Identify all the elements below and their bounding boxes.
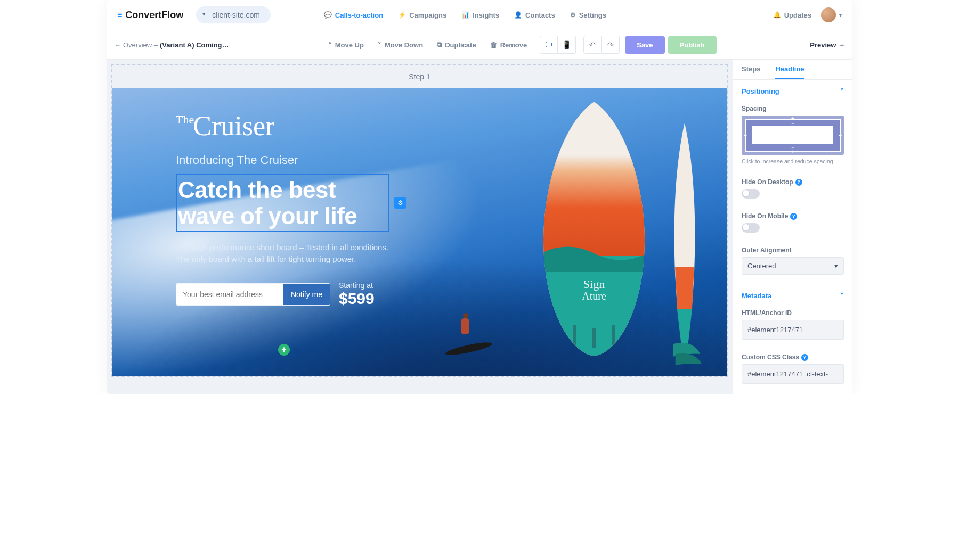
move-down-button[interactable]: ˅Move Down <box>372 38 428 52</box>
padding-bottom-handle[interactable]: – <box>792 145 794 150</box>
brand-icon: ≡ <box>117 11 122 19</box>
anchor-label: HTML/Anchor ID <box>742 309 844 317</box>
redo-button[interactable]: ↷ <box>602 36 620 54</box>
hero-body[interactable]: The high-performance short board – Teste… <box>176 242 389 265</box>
nav-insights[interactable]: 📊 Insights <box>461 11 499 19</box>
chevron-up-icon: ˄ <box>328 41 332 49</box>
hero-intro[interactable]: Introducing The Cruiser <box>176 153 389 167</box>
undo-button[interactable]: ↶ <box>583 36 602 54</box>
notify-button[interactable]: Notify me <box>283 284 330 305</box>
redo-icon: ↷ <box>607 40 614 49</box>
anchor-input[interactable]: #element1217471 <box>742 320 844 340</box>
outer-align-select[interactable]: Centered ▾ <box>742 257 844 275</box>
chevron-down-icon: ˅ <box>378 41 381 49</box>
spacing-label: Spacing <box>742 105 844 112</box>
spacing-hint: Click to increase and reduce spacing <box>742 158 844 164</box>
help-icon[interactable]: ? <box>790 213 797 220</box>
brand-logo[interactable]: ≡ ConvertFlow <box>117 10 183 21</box>
tab-steps[interactable]: Steps <box>742 65 760 79</box>
chevron-down-icon: ˅ <box>840 292 844 300</box>
step-label: Step 1 <box>112 65 727 88</box>
svg-rect-7 <box>612 325 615 345</box>
undo-icon: ↶ <box>589 40 596 49</box>
spacing-control[interactable]: + + + + – – <box>742 116 844 155</box>
section-positioning-header[interactable]: Positioning ˅ <box>733 80 852 101</box>
surfer-illustration <box>450 313 487 361</box>
user-icon: 👤 <box>514 11 522 19</box>
desktop-icon: 🖵 <box>545 40 552 49</box>
margin-left-handle[interactable]: + <box>744 133 747 138</box>
preview-link[interactable]: Preview → <box>810 41 845 49</box>
bars-icon: 📊 <box>461 11 469 19</box>
tab-headline[interactable]: Headline <box>775 65 804 79</box>
hide-desktop-toggle[interactable] <box>742 189 760 199</box>
element-settings-button[interactable]: ⚙ <box>394 197 406 209</box>
trash-icon: 🗑 <box>490 41 497 49</box>
hero-logo: TheCruiser <box>176 115 389 137</box>
css-class-label: Custom CSS Class ? <box>742 353 844 361</box>
publish-button[interactable]: Publish <box>668 36 717 54</box>
canvas-area: Step 1 TheCruiser Introducing The Cruise… <box>107 60 733 394</box>
signup-form: Notify me <box>176 283 330 306</box>
outer-align-label: Outer Alignment <box>742 246 844 254</box>
editor-toolbar: ← Overview – (Variant A) Coming S… ˄Move… <box>107 30 852 60</box>
headline-element-selected[interactable]: Catch the best wave of your life ⚙ <box>176 174 389 233</box>
properties-panel: Steps Headline Positioning ˅ Spacing + +… <box>733 60 852 394</box>
surfboard-image: Sign Ature <box>541 102 679 368</box>
svg-text:Ature: Ature <box>582 290 606 302</box>
hide-mobile-toggle[interactable] <box>742 223 760 233</box>
nav-ctas[interactable]: 💬 Calls-to-action <box>324 11 383 19</box>
gear-icon: ⚙ <box>570 11 576 19</box>
nav-settings[interactable]: ⚙ Settings <box>570 11 606 19</box>
add-element-button[interactable]: + <box>278 344 290 356</box>
svg-text:Sign: Sign <box>583 277 605 291</box>
copy-icon: ⧉ <box>437 40 442 49</box>
section-metadata-header[interactable]: Metadata ˅ <box>733 284 852 305</box>
avatar-menu-caret[interactable]: ▾ <box>839 12 842 18</box>
help-icon[interactable]: ? <box>795 179 802 186</box>
css-class-input[interactable]: #element1217471 .cf-text- <box>742 364 844 384</box>
remove-button[interactable]: 🗑Remove <box>485 38 533 52</box>
breadcrumb[interactable]: ← Overview – (Variant A) Coming S… <box>114 41 229 49</box>
hero-headline: Catch the best wave of your life <box>178 177 387 229</box>
desktop-view-button[interactable]: 🖵 <box>540 36 558 54</box>
hide-desktop-label: Hide On Desktop ? <box>742 178 844 186</box>
padding-top-handle[interactable]: – <box>792 121 794 126</box>
move-up-button[interactable]: ˄Move Up <box>323 38 369 52</box>
email-field[interactable] <box>176 284 283 305</box>
chevron-down-icon: ˅ <box>840 87 844 95</box>
updates-link[interactable]: 🔔 Updates <box>773 11 811 19</box>
svg-rect-5 <box>573 325 576 345</box>
back-arrow-icon: ← <box>114 41 121 49</box>
duplicate-button[interactable]: ⧉Duplicate <box>432 37 482 52</box>
chevron-down-icon: ▾ <box>834 262 838 270</box>
mobile-view-button[interactable]: 📱 <box>558 36 576 54</box>
bell-icon: 🔔 <box>773 11 781 19</box>
hero-section[interactable]: TheCruiser Introducing The Cruiser Catch… <box>112 88 727 376</box>
avatar[interactable] <box>821 7 836 22</box>
svg-rect-1 <box>541 155 647 261</box>
hide-mobile-label: Hide On Mobile ? <box>742 212 844 220</box>
site-switcher[interactable]: client-site.com <box>196 6 270 23</box>
nav-campaigns[interactable]: ⚡ Campaigns <box>398 11 446 19</box>
help-icon[interactable]: ? <box>801 354 808 361</box>
save-button[interactable]: Save <box>625 36 664 54</box>
top-navbar: ≡ ConvertFlow client-site.com 💬 Calls-to… <box>107 0 852 30</box>
margin-right-handle[interactable]: + <box>839 133 842 138</box>
nav-contacts[interactable]: 👤 Contacts <box>514 11 555 19</box>
chat-icon: 💬 <box>324 11 332 19</box>
mobile-icon: 📱 <box>562 40 571 49</box>
price-block: Starting at $599 <box>339 281 375 308</box>
gear-icon: ⚙ <box>397 199 403 207</box>
svg-rect-6 <box>592 328 596 348</box>
brand-text: ConvertFlow <box>125 10 183 21</box>
margin-bottom-handle[interactable]: + <box>791 149 794 155</box>
bolt-icon: ⚡ <box>398 11 406 19</box>
main-nav: 💬 Calls-to-action ⚡ Campaigns 📊 Insights… <box>324 11 606 19</box>
